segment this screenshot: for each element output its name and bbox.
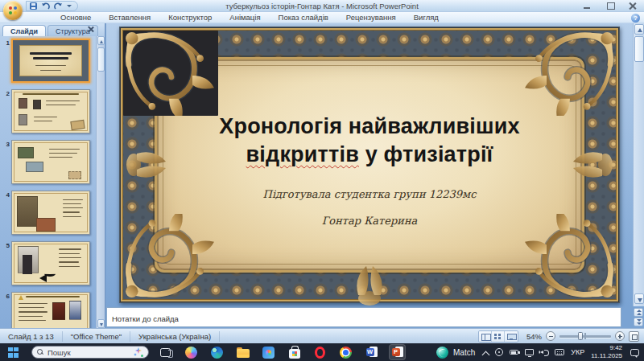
next-slide-button[interactable]	[634, 318, 643, 326]
tab-animation[interactable]: Анімація	[221, 12, 269, 23]
office-button[interactable]	[3, 1, 23, 20]
zoom-level[interactable]: 54%	[522, 332, 542, 341]
task-view-button[interactable]	[157, 344, 174, 360]
file-explorer-button[interactable]	[234, 344, 251, 360]
word-icon: W	[365, 346, 378, 359]
slide-subtitle-line2[interactable]: Гонтар Катерина	[322, 215, 418, 227]
thumbnail-row-4: 4	[0, 191, 96, 235]
zoom-out-button[interactable]	[546, 331, 555, 341]
language-indicator[interactable]: УКР	[571, 348, 584, 356]
widget-icon	[436, 347, 448, 359]
title-text: Хронологія найважливіших	[219, 114, 520, 138]
edge-button[interactable]	[208, 344, 225, 360]
vertical-scrollbar[interactable]	[633, 23, 644, 306]
normal-view-button[interactable]	[479, 331, 492, 342]
edge-icon	[211, 347, 223, 359]
undo-icon[interactable]	[41, 2, 50, 10]
ribbon-tab-row: Основне Вставлення Конструктор Анімація …	[0, 12, 644, 23]
scroll-thumb[interactable]	[634, 36, 644, 62]
tab-home[interactable]: Основне	[52, 12, 100, 23]
battery-icon[interactable]	[510, 350, 518, 355]
panel-scrollbar[interactable]	[96, 36, 105, 328]
slide-thumbnail-4[interactable]	[11, 191, 90, 235]
slide-number: 1	[0, 39, 10, 47]
search-input[interactable]: Пошук	[31, 346, 149, 359]
store-button[interactable]	[286, 344, 303, 360]
tab-design[interactable]: Конструктор	[159, 12, 221, 23]
quick-access-toolbar	[26, 1, 78, 11]
panel-tabs: Слайди Структура	[0, 23, 105, 36]
slide-thumbnail-3[interactable]	[11, 140, 90, 184]
close-button[interactable]	[628, 2, 638, 10]
zoom-slider-thumb[interactable]	[578, 332, 583, 340]
help-icon[interactable]: ?	[631, 14, 640, 23]
zoom-slider[interactable]	[559, 331, 611, 341]
save-icon[interactable]	[30, 2, 37, 10]
minimize-button[interactable]	[583, 2, 592, 10]
opera-button[interactable]	[312, 344, 328, 360]
language-status[interactable]: Українська (Україна)	[130, 331, 220, 342]
start-button[interactable]	[8, 347, 19, 358]
touch-keyboard-icon[interactable]	[555, 349, 564, 355]
tab-review[interactable]: Рецензування	[337, 12, 405, 23]
slide-parchment: Хронологія найважливіших відкриттів у фт…	[155, 57, 584, 273]
window-controls	[583, 2, 638, 10]
powerpoint-window: туберкульоз історія-Гонтар Катя - Micros…	[0, 0, 644, 361]
panel-scroll-up-icon[interactable]	[97, 36, 105, 45]
slide-title[interactable]: Хронологія найважливіших відкриттів у фт…	[192, 113, 547, 169]
clock[interactable]: 9:42 11.11.2025	[591, 344, 622, 359]
copilot-button[interactable]	[183, 344, 200, 360]
slide-thumbnail-2[interactable]	[11, 89, 90, 133]
title-spellchecked-word: відкриттів	[246, 142, 359, 166]
zoom-in-button[interactable]	[615, 331, 625, 341]
powerpoint-button[interactable]: P	[389, 344, 406, 360]
slide-sorter-button[interactable]	[492, 331, 505, 342]
title-text: у фтизіатрії	[359, 142, 493, 166]
tray-date: 11.11.2025	[591, 352, 622, 359]
fit-to-window-button[interactable]	[629, 331, 639, 342]
slide-number: 3	[0, 141, 10, 148]
title-bar: туберкульоз історія-Гонтар Катя - Micros…	[0, 0, 644, 12]
slide-indicator[interactable]: Слайд 1 з 13	[0, 331, 63, 342]
tab-slides[interactable]: Слайди	[2, 25, 46, 36]
panel-scroll-down-icon[interactable]	[97, 319, 105, 328]
slide-number: 5	[0, 242, 10, 249]
notification-icon[interactable]	[630, 349, 639, 356]
volume-icon[interactable]	[540, 349, 548, 356]
thumbnail-image	[19, 114, 27, 125]
theme-name[interactable]: "Office Theme"	[63, 331, 130, 342]
tab-insert[interactable]: Вставлення	[100, 12, 159, 23]
notes-pane[interactable]: Нотатки до слайда	[106, 307, 621, 327]
qat-customize-icon[interactable]	[67, 5, 72, 7]
scroll-down-icon[interactable]	[634, 293, 644, 304]
slideshow-button[interactable]	[505, 331, 518, 342]
tab-view[interactable]: Вигляд	[405, 12, 448, 23]
thumbnail-image	[26, 162, 43, 172]
word-button[interactable]: W	[363, 344, 380, 360]
restore-button[interactable]	[605, 2, 615, 10]
chrome-button[interactable]	[337, 344, 354, 360]
panel-scroll-thumb[interactable]	[97, 47, 105, 72]
task-view-icon	[160, 348, 171, 357]
slide-editor-area: Хронологія найважливіших відкриттів у фт…	[106, 23, 633, 306]
photos-button[interactable]	[260, 344, 277, 360]
slide-canvas[interactable]: Хронологія найважливіших відкриттів у фт…	[119, 27, 620, 303]
tray-status-icon[interactable]	[495, 348, 503, 356]
photos-icon	[262, 347, 275, 359]
store-icon	[289, 349, 300, 359]
panel-close-icon[interactable]	[87, 26, 94, 33]
weather-widget-button[interactable]: Match	[436, 347, 475, 359]
tray-time: 9:42	[609, 344, 622, 351]
network-icon[interactable]	[525, 349, 534, 355]
hidden-icons-chevron[interactable]	[483, 351, 489, 356]
tab-slideshow[interactable]: Показ слайдів	[270, 12, 337, 23]
chrome-icon	[340, 347, 352, 359]
scroll-up-icon[interactable]	[634, 24, 644, 35]
previous-slide-button[interactable]	[634, 308, 643, 317]
slide-thumbnail-5[interactable]	[11, 241, 90, 285]
slide-thumbnail-6[interactable]	[11, 292, 90, 328]
redo-icon[interactable]	[54, 2, 63, 10]
slide-subtitle-line1[interactable]: Підготувала студентка групи 12239мс	[263, 188, 477, 200]
slide-thumbnail-1[interactable]	[11, 39, 90, 83]
copilot-sparkle-icon	[134, 347, 143, 357]
